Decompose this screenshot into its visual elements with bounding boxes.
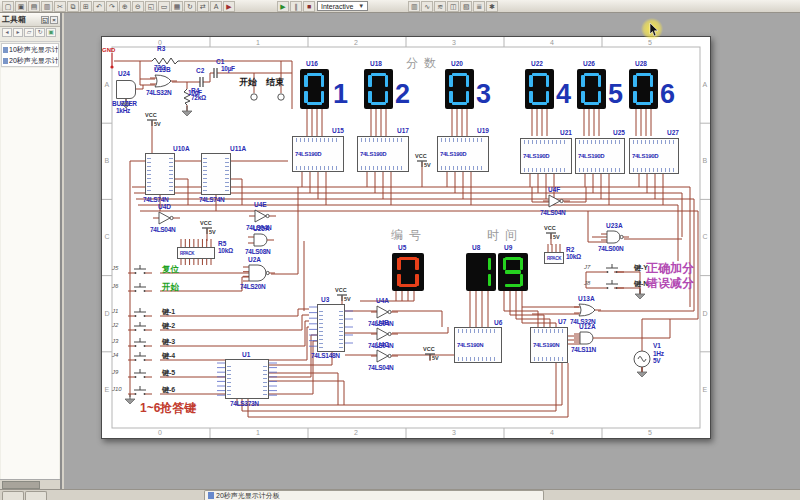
- chip-U7[interactable]: 74LS190N: [530, 327, 568, 363]
- function-generator-icon[interactable]: ≋: [434, 1, 446, 12]
- switch-J6[interactable]: [128, 283, 152, 292]
- chip-R5[interactable]: RPACK: [177, 247, 215, 259]
- display-U16[interactable]: [300, 69, 329, 109]
- print-icon[interactable]: ▥: [41, 1, 53, 12]
- switch-J2[interactable]: [128, 322, 152, 331]
- gate-U4D[interactable]: [153, 212, 180, 224]
- open-icon[interactable]: ▣: [15, 1, 27, 12]
- switch-J9[interactable]: [128, 369, 152, 378]
- text-icon[interactable]: A: [210, 1, 222, 12]
- segment-b: [520, 258, 523, 270]
- back-icon[interactable]: ◂: [2, 28, 12, 37]
- scrollbar-thumb[interactable]: [2, 481, 40, 489]
- switch-J10[interactable]: [128, 386, 152, 395]
- chip-U17[interactable]: 74LS190D: [357, 136, 409, 172]
- oscilloscope-icon[interactable]: ∿: [421, 1, 433, 12]
- multimeter-icon[interactable]: ▥: [408, 1, 420, 12]
- gate-ref-label: U4B: [376, 320, 389, 327]
- chip-U27[interactable]: 74LS190D: [629, 138, 679, 174]
- forward-icon[interactable]: ▸: [13, 28, 23, 37]
- chip-U19[interactable]: 74LS190D: [437, 136, 489, 172]
- chip-U11A[interactable]: [201, 153, 231, 195]
- segment-d: [371, 102, 387, 105]
- display-U9[interactable]: [498, 253, 528, 291]
- gate-part-label: 74LS04N: [540, 210, 565, 217]
- chip-U1[interactable]: [225, 359, 269, 399]
- chip-U21[interactable]: 74LS190D: [520, 138, 572, 174]
- schematic-canvas[interactable]: 001122334455AABBCCDDEEVCC5VVCC5VVCC5VVCC…: [64, 13, 800, 489]
- toolbox-item[interactable]: 10秒声光显示计分板: [2, 44, 58, 55]
- switch-J8[interactable]: [600, 280, 624, 289]
- chip-U15[interactable]: 74LS190D: [292, 136, 344, 172]
- toolbox-item[interactable]: 20秒声光显示计分板: [2, 55, 58, 66]
- chip-U6[interactable]: 74LS190N: [454, 327, 502, 363]
- display-U26[interactable]: [577, 69, 606, 109]
- gate-U12A[interactable]: [574, 332, 600, 344]
- grid-row-label: A: [105, 81, 110, 88]
- segment-b: [488, 258, 491, 270]
- gate-U4A[interactable]: [371, 306, 398, 318]
- chip-part-label: 74LS190D: [632, 153, 658, 159]
- folder-icon[interactable]: ▱: [24, 28, 34, 37]
- run-simulation-icon[interactable]: ▶: [277, 1, 289, 12]
- panel-close-icon[interactable]: ×: [50, 16, 58, 24]
- paste-icon[interactable]: ⊞: [80, 1, 92, 12]
- redo-icon[interactable]: ↷: [106, 1, 118, 12]
- panel-tab-1[interactable]: [2, 491, 24, 500]
- switch-J3[interactable]: [128, 338, 152, 347]
- toolbox-hscrollbar[interactable]: [0, 479, 60, 489]
- undo-icon[interactable]: ↶: [93, 1, 105, 12]
- capture-icon[interactable]: ▣: [46, 28, 56, 37]
- save-icon[interactable]: ▤: [28, 1, 40, 12]
- zoom-window-icon[interactable]: ◱: [145, 1, 157, 12]
- report-icon[interactable]: ≣: [473, 1, 485, 12]
- switch-J5[interactable]: [128, 265, 152, 274]
- display-U28[interactable]: [629, 69, 658, 109]
- vcc-value: 5V: [553, 235, 560, 241]
- grid-icon[interactable]: ▦: [171, 1, 183, 12]
- display-U22[interactable]: [525, 69, 554, 109]
- display-U8[interactable]: [466, 253, 496, 291]
- flip-icon[interactable]: ⇄: [197, 1, 209, 12]
- panel-tab-2[interactable]: [25, 491, 47, 500]
- switch-ref-label: J1: [112, 308, 118, 314]
- refresh-icon[interactable]: ↻: [35, 28, 45, 37]
- panel-dock-icon[interactable]: ◱: [41, 16, 49, 24]
- analysis-icon[interactable]: ▧: [460, 1, 472, 12]
- zoom-out-icon[interactable]: ⊖: [132, 1, 144, 12]
- switch-J4[interactable]: [128, 352, 152, 361]
- chip-R2[interactable]: RPACK: [544, 252, 564, 264]
- pause-simulation-icon[interactable]: ∥: [290, 1, 302, 12]
- new-icon[interactable]: ▢: [2, 1, 14, 12]
- chip-U25[interactable]: 74LS190D: [575, 138, 625, 174]
- gate-U4B[interactable]: [371, 328, 398, 340]
- grid-col-label: 2: [354, 429, 358, 436]
- document-tab[interactable]: 20秒声光显示计分板: [204, 490, 544, 500]
- stop-simulation-icon[interactable]: ■: [303, 1, 315, 12]
- switch-key-label: 键-1: [162, 308, 175, 315]
- chip-U3[interactable]: [317, 304, 345, 352]
- simulation-mode-select[interactable]: Interactive ▼: [317, 1, 368, 11]
- gate-U25A[interactable]: [248, 234, 274, 246]
- switch-J7[interactable]: [600, 264, 624, 273]
- gate-U4C[interactable]: [371, 350, 398, 362]
- buzzer-U24[interactable]: [116, 80, 136, 99]
- switch-J1[interactable]: [128, 308, 152, 317]
- cut-icon[interactable]: ✂: [54, 1, 66, 12]
- chip-U10A[interactable]: [145, 153, 175, 195]
- zoom-in-icon[interactable]: ⊕: [119, 1, 131, 12]
- gate-part-label: 74LS04N: [368, 365, 393, 372]
- run-icon[interactable]: ▶: [223, 1, 235, 12]
- zoom-fit-icon[interactable]: ▭: [158, 1, 170, 12]
- gate-U4E[interactable]: [249, 210, 276, 222]
- display-U20[interactable]: [445, 69, 474, 109]
- rotate-icon[interactable]: ↻: [184, 1, 196, 12]
- display-U18[interactable]: [364, 69, 393, 109]
- segment-e: [304, 91, 307, 104]
- copy-icon[interactable]: ⧉: [67, 1, 79, 12]
- player-numeral-2: 2: [395, 81, 410, 108]
- bode-plotter-icon[interactable]: ◫: [447, 1, 459, 12]
- chip-value-label: 10kΩ: [566, 254, 581, 261]
- display-U5[interactable]: [392, 253, 424, 291]
- options-icon[interactable]: ✱: [486, 1, 498, 12]
